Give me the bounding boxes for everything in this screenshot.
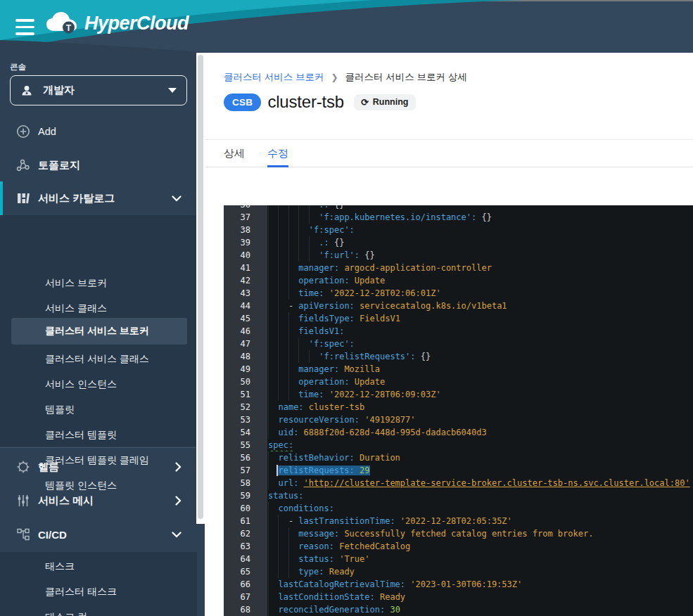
yaml-key: name:: [278, 402, 308, 412]
text-cursor: [276, 465, 278, 476]
yaml-key: 'f:spec':: [309, 339, 355, 349]
yaml-key: message:: [298, 529, 344, 539]
yaml-value: argocd-application-controller: [344, 263, 492, 273]
top-header: T HyperCloud: [0, 0, 693, 53]
code-line-58: 58url: 'http://cluster-template-service-…: [224, 477, 693, 489]
yaml-value: 29: [360, 466, 369, 475]
yaml-key: lastConditionState:: [278, 592, 380, 602]
sidebar-nav: 콘솔 개발자 Add: [0, 53, 205, 616]
yaml-key: status:: [298, 554, 339, 564]
code-line-54: 54uid: 6888f20d-628d-448d-995d-dadacb604…: [224, 426, 693, 439]
sidebar-section-cicd[interactable]: CI/CD: [0, 523, 197, 546]
sidebar-section-helm[interactable]: 헬름: [0, 456, 197, 478]
sidebar-item-service-broker[interactable]: 서비스 브로커: [0, 271, 197, 296]
menu-hamburger-button[interactable]: [15, 19, 34, 35]
line-number: 63: [224, 540, 267, 553]
line-number: 36: [224, 205, 267, 211]
line-number: 39: [224, 236, 267, 249]
sidebar-item-task[interactable]: 태스크: [0, 554, 197, 579]
code-line-42: 42operation: Update: [224, 274, 693, 287]
page-title: cluster-tsb: [267, 92, 344, 112]
sidebar-item-template[interactable]: 템플릿: [0, 397, 197, 423]
brand-logo[interactable]: T HyperCloud: [45, 11, 189, 35]
sidebar-item-service-instance[interactable]: 서비스 인스턴스: [0, 372, 197, 397]
yaml-value: {}: [481, 212, 491, 222]
yaml-key: time:: [298, 288, 329, 298]
yaml-key: url:: [278, 478, 303, 488]
code-line-45: 45fieldsType: FieldsV1: [224, 312, 693, 325]
yaml-key: fieldsV1:: [298, 326, 344, 336]
yaml-key: 'f:relistRequests':: [319, 352, 421, 361]
sidebar-item-cluster-service-class[interactable]: 클러스터 서비스 클래스: [0, 347, 197, 372]
sidebar-item-topology[interactable]: 토폴로지: [0, 155, 197, 176]
sidebar-item-cluster-service-broker-active[interactable]: 클러스터 서비스 브로커: [11, 318, 187, 345]
sidebar-scrollbar-thumb[interactable]: [198, 55, 203, 519]
sidebar-item-label: Add: [38, 126, 56, 137]
code-line-48: 48'f:relistRequests': {}: [224, 350, 693, 363]
chevron-right-icon: [175, 496, 182, 506]
code-line-60: 60conditions:: [224, 502, 693, 515]
sidebar-item-cluster-task[interactable]: 클러스터 태스크: [0, 579, 197, 605]
yaml-value: 6888f20d-628d-448d-995d-dadacb6040d3: [304, 428, 487, 437]
line-number: 65: [224, 565, 267, 578]
sidebar-item-task-run[interactable]: 태스크 런: [0, 605, 197, 616]
line-number: 55: [224, 439, 267, 451]
yaml-key: lastCatalogRetrievalTime:: [278, 579, 410, 589]
line-number: 60: [224, 502, 267, 515]
code-line-63: 63reason: FetchedCatalog: [224, 540, 693, 553]
cloud-logo-icon: T: [45, 11, 79, 35]
section-label: 서비스 메시: [38, 494, 94, 508]
add-circle-icon: [15, 124, 31, 139]
yaml-key: manager:: [298, 364, 344, 374]
code-line-39: 39.: {}: [224, 236, 693, 249]
line-number: 56: [224, 451, 267, 464]
pipeline-branch-icon: [15, 527, 31, 541]
line-number: 48: [224, 350, 267, 363]
line-number: 61: [224, 515, 267, 527]
sidebar-item-add[interactable]: Add: [0, 121, 197, 142]
code-line-59: 59status:: [224, 489, 693, 502]
line-number: 49: [224, 363, 267, 376]
yaml-key: 'f:app.kubernetes.io/instance':: [319, 212, 481, 222]
app-window: T HyperCloud 콘솔 개발자 Add: [0, 0, 693, 616]
code-line-47: 47'f:spec':: [224, 338, 693, 350]
yaml-code-editor[interactable]: 36.: {}37'f:app.kubernetes.io/instance':…: [224, 205, 693, 616]
yaml-key: fieldsType:: [298, 314, 360, 323]
code-line-55: 55spec:: [224, 439, 693, 451]
yaml-value: '2023-01-30T06:19:53Z': [410, 579, 522, 589]
breadcrumb-link[interactable]: 클러스터 서비스 브로커: [224, 71, 324, 84]
code-line-61: 61- lastTransitionTime: '2022-12-28T02:0…: [224, 515, 693, 527]
sidebar-scrollbar[interactable]: [196, 53, 205, 524]
yaml-key: apiVersion:: [298, 301, 360, 311]
line-number: 43: [224, 287, 267, 300]
yaml-key: status:: [268, 491, 304, 501]
code-line-68: 68reconciledGeneration: 30: [224, 603, 693, 616]
yaml-key: uid:: [278, 428, 303, 437]
yaml-value: '2022-12-28T06:09:03Z': [329, 390, 441, 399]
yaml-key: .:: [319, 238, 334, 248]
code-line-43: 43time: '2022-12-28T02:06:01Z': [224, 287, 693, 300]
sidebar-section-service-catalog[interactable]: 서비스 카탈로그: [0, 181, 197, 215]
catalog-icon: [15, 191, 31, 205]
yaml-key: reason:: [298, 541, 339, 551]
tab-detail[interactable]: 상세: [224, 140, 245, 167]
yaml-key: reconciledGeneration:: [278, 605, 390, 615]
caret-down-icon: [168, 88, 177, 93]
chevron-down-icon: [172, 195, 182, 202]
svg-text:T: T: [66, 23, 72, 33]
line-number: 58: [224, 477, 267, 489]
perspective-dropdown[interactable]: 개발자: [10, 75, 187, 105]
code-line-46: 46fieldsV1:: [224, 325, 693, 338]
breadcrumb-current: 클러스터 서비스 브로커 상세: [345, 71, 467, 84]
yaml-value: {}: [334, 238, 344, 248]
yaml-value: {}: [334, 205, 344, 210]
yaml-value: 30: [390, 605, 400, 615]
breadcrumb: 클러스터 서비스 브로커 ❯ 클러스터 서비스 브로커 상세: [224, 71, 467, 84]
yaml-key: type:: [298, 567, 329, 577]
line-number: 50: [224, 376, 267, 388]
yaml-value: Update: [355, 377, 385, 387]
line-number: 54: [224, 426, 267, 439]
tab-edit[interactable]: 수정: [267, 140, 288, 167]
sidebar-item-cluster-template[interactable]: 클러스터 템플릿: [0, 423, 197, 448]
sidebar-section-service-mesh[interactable]: 서비스 메시: [0, 489, 197, 512]
